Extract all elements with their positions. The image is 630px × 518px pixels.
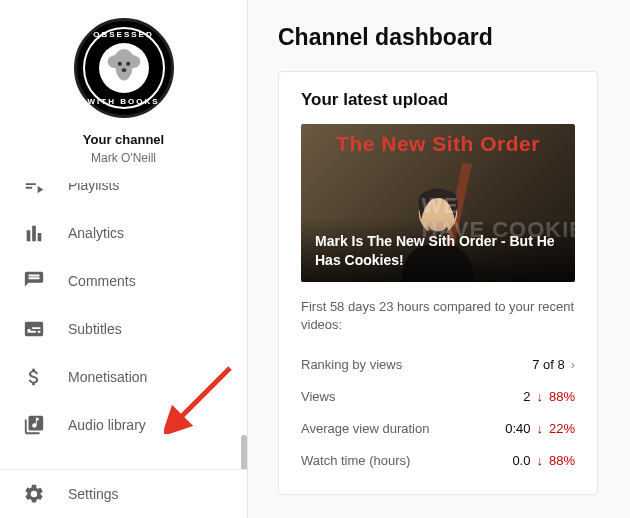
sidebar-item-label: Audio library — [68, 417, 146, 433]
sidebar-item-analytics[interactable]: Analytics — [0, 209, 247, 257]
compare-text: First 58 days 23 hours compared to your … — [301, 298, 575, 334]
chevron-right-icon: › — [571, 357, 575, 372]
stat-value: 2 — [523, 389, 530, 404]
playlist-icon — [22, 183, 46, 197]
stat-label: Ranking by views — [301, 357, 402, 372]
sidebar-nav: Playlists Analytics Comments — [0, 183, 247, 469]
stat-label: Watch time (hours) — [301, 453, 410, 468]
down-arrow-icon: ↓ — [536, 421, 543, 436]
scrollbar-thumb[interactable] — [241, 435, 247, 469]
monetisation-icon — [22, 365, 46, 389]
sidebar-item-monetisation[interactable]: Monetisation — [0, 353, 247, 401]
sidebar-item-settings[interactable]: Settings — [0, 470, 247, 518]
stat-row-ranking[interactable]: Ranking by views 7 of 8 › — [301, 348, 575, 380]
sidebar-item-label: Comments — [68, 273, 136, 289]
analytics-icon — [22, 221, 46, 245]
stat-delta: 22% — [549, 421, 575, 436]
audio-library-icon — [22, 413, 46, 437]
sidebar-item-label: Monetisation — [68, 369, 147, 385]
stat-row-watch-time: Watch time (hours) 0.0 ↓ 88% — [301, 444, 575, 476]
down-arrow-icon: ↓ — [536, 389, 543, 404]
stat-value: 7 of 8 — [532, 357, 565, 372]
avatar[interactable]: OBSESSED WITH BOOKS — [74, 18, 174, 118]
channel-profile: OBSESSED WITH BOOKS Your channel Mark O'… — [0, 0, 247, 175]
stat-value: 0:40 — [505, 421, 530, 436]
svg-point-1 — [126, 62, 130, 66]
avatar-top-text: OBSESSED — [77, 30, 171, 39]
svg-point-2 — [121, 68, 126, 72]
main-content: Channel dashboard Your latest upload The… — [248, 0, 630, 518]
subtitles-icon — [22, 317, 46, 341]
stat-row-views: Views 2 ↓ 88% — [301, 380, 575, 412]
stat-label: Average view duration — [301, 421, 429, 436]
sidebar-item-subtitles[interactable]: Subtitles — [0, 305, 247, 353]
sidebar-item-audio-library[interactable]: Audio library — [0, 401, 247, 449]
latest-upload-card: Your latest upload The New Sith Order WE… — [278, 71, 598, 495]
stat-row-avg-duration: Average view duration 0:40 ↓ 22% — [301, 412, 575, 444]
stat-delta: 88% — [549, 453, 575, 468]
sidebar-item-label: Analytics — [68, 225, 124, 241]
thumbnail-top-text: The New Sith Order — [301, 132, 575, 156]
sidebar-item-label: Playlists — [68, 183, 119, 193]
video-thumbnail[interactable]: The New Sith Order WE HAVE COOKIE Mark I… — [301, 124, 575, 282]
dashboard-title: Channel dashboard — [278, 24, 630, 51]
avatar-bottom-text: WITH BOOKS — [77, 97, 171, 106]
channel-owner-name: Mark O'Neill — [91, 151, 156, 165]
sidebar-item-label: Subtitles — [68, 321, 122, 337]
thumbnail-overlay-title: Mark Is The New Sith Order - But He Has … — [301, 218, 575, 282]
card-heading: Your latest upload — [301, 90, 575, 110]
sidebar: OBSESSED WITH BOOKS Your channel Mark O'… — [0, 0, 248, 518]
sidebar-item-label: Settings — [68, 486, 119, 502]
gear-icon — [22, 482, 46, 506]
stats-list: Ranking by views 7 of 8 › Views 2 ↓ 88% — [301, 348, 575, 476]
svg-point-0 — [117, 62, 121, 66]
avatar-image — [99, 43, 149, 93]
down-arrow-icon: ↓ — [536, 453, 543, 468]
stat-delta: 88% — [549, 389, 575, 404]
comments-icon — [22, 269, 46, 293]
stat-label: Views — [301, 389, 335, 404]
sidebar-item-comments[interactable]: Comments — [0, 257, 247, 305]
your-channel-label: Your channel — [83, 132, 164, 147]
sidebar-item-playlists[interactable]: Playlists — [0, 183, 247, 209]
stat-value: 0.0 — [512, 453, 530, 468]
